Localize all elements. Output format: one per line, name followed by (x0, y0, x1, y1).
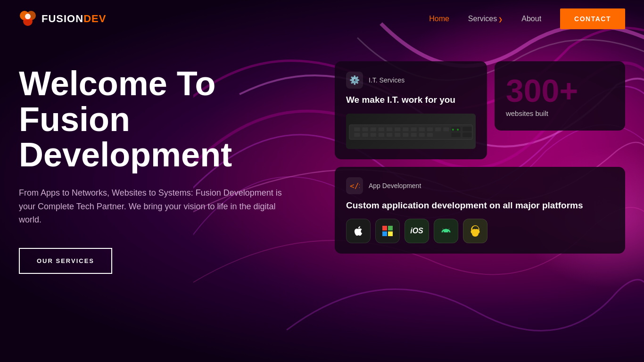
nav-link-services[interactable]: Services (468, 15, 503, 23)
cards-top-row: ⚙️ I.T. Services We make I.T. work for y… (335, 61, 625, 159)
it-card-title: We make I.T. work for you (346, 94, 476, 106)
cards-bottom-row: </> App Development Custom application d… (335, 167, 625, 254)
app-card-tag: App Development (369, 182, 421, 189)
stat-card: 300+ websites built (495, 61, 625, 131)
logo-text: FUSIONDEV (41, 13, 106, 25)
it-card-header: ⚙️ I.T. Services (346, 72, 476, 89)
svg-rect-9 (379, 127, 384, 131)
app-dev-card: </> App Development Custom application d… (335, 167, 625, 254)
svg-rect-8 (371, 127, 376, 131)
svg-rect-14 (419, 127, 425, 131)
svg-rect-19 (362, 133, 368, 137)
stat-label: websites built (506, 109, 548, 117)
svg-rect-31 (462, 132, 471, 137)
svg-rect-17 (443, 127, 449, 131)
svg-point-32 (452, 129, 454, 131)
svg-rect-30 (451, 132, 460, 137)
svg-rect-23 (395, 133, 400, 137)
network-switch-image (346, 114, 476, 149)
svg-rect-16 (435, 127, 441, 131)
nav-item-services[interactable]: Services (468, 15, 503, 23)
svg-rect-18 (354, 133, 360, 137)
svg-rect-7 (362, 127, 368, 131)
apple-icon (346, 219, 371, 243)
svg-rect-24 (403, 133, 408, 137)
svg-rect-27 (427, 133, 433, 137)
svg-rect-6 (354, 127, 360, 131)
linux-icon (463, 219, 487, 243)
stat-number: 300+ (506, 74, 578, 107)
hero-left: Welcome To Fusion Development From Apps … (19, 57, 325, 274)
svg-rect-10 (387, 127, 392, 131)
it-card-tag: I.T. Services (369, 76, 405, 84)
nav-links: Home Services About CONTACT (429, 8, 625, 29)
hero-subtitle: From Apps to Networks, Websites to Syste… (19, 186, 292, 227)
logo[interactable]: FUSIONDEV (19, 10, 106, 28)
windows-grid (382, 226, 393, 236)
hero-right: ⚙️ I.T. Services We make I.T. work for y… (325, 57, 625, 254)
platform-icons-list: iOS (346, 219, 614, 243)
svg-rect-25 (411, 133, 416, 137)
gear-icon: ⚙️ (346, 72, 363, 89)
svg-point-33 (457, 129, 459, 131)
svg-rect-12 (403, 127, 408, 131)
svg-rect-29 (462, 127, 471, 132)
svg-rect-26 (419, 133, 425, 137)
logo-icon (19, 10, 37, 28)
nav-item-contact[interactable]: CONTACT (560, 8, 625, 29)
it-services-card: ⚙️ I.T. Services We make I.T. work for y… (335, 61, 487, 159)
hero-section: Welcome To Fusion Development From Apps … (0, 38, 644, 362)
nav-link-home[interactable]: Home (429, 15, 449, 23)
windows-icon (375, 219, 400, 243)
code-icon: </> (346, 177, 363, 194)
app-card-header: </> App Development (346, 177, 614, 194)
android-icon (434, 219, 458, 243)
svg-rect-13 (411, 127, 416, 131)
svg-rect-15 (427, 127, 433, 131)
contact-button[interactable]: CONTACT (560, 8, 625, 29)
svg-point-3 (25, 14, 31, 19)
hero-title: Welcome To Fusion Development (19, 66, 325, 173)
ios-icon: iOS (405, 219, 429, 243)
svg-rect-21 (379, 133, 384, 137)
svg-text:</>: </> (350, 181, 360, 190)
navbar: FUSIONDEV Home Services About CONTACT (0, 0, 644, 38)
svg-rect-11 (395, 127, 400, 131)
nav-link-about[interactable]: About (521, 15, 541, 23)
our-services-button[interactable]: OUR SERVICES (19, 248, 112, 274)
svg-rect-22 (387, 133, 392, 137)
app-card-title: Custom application development on all ma… (346, 200, 614, 212)
nav-item-home[interactable]: Home (429, 15, 449, 23)
svg-rect-20 (371, 133, 376, 137)
nav-item-about[interactable]: About (521, 15, 541, 23)
